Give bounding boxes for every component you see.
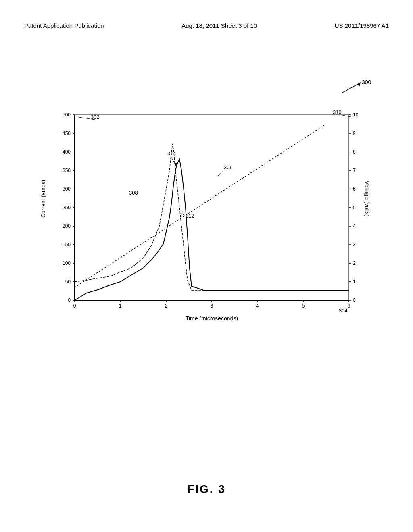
svg-text:350: 350 <box>63 168 71 173</box>
svg-text:4: 4 <box>353 223 356 229</box>
svg-text:0: 0 <box>353 297 356 303</box>
svg-text:2: 2 <box>353 260 356 266</box>
svg-text:2: 2 <box>165 303 168 309</box>
figure-caption: FIG. 3 <box>187 483 226 496</box>
svg-text:400: 400 <box>63 149 71 155</box>
y-axis-left-label: Current (amps) <box>40 180 46 218</box>
svg-text:1: 1 <box>119 303 122 309</box>
page: Patent Application Publication Aug. 18, … <box>0 0 413 532</box>
svg-text:250: 250 <box>63 205 71 210</box>
svg-text:0: 0 <box>73 303 76 309</box>
svg-text:6: 6 <box>353 186 356 192</box>
ref-308: 308 <box>129 190 138 196</box>
header: Patent Application Publication Aug. 18, … <box>0 22 413 29</box>
svg-text:4: 4 <box>256 303 259 309</box>
current-curve-308 <box>75 159 349 300</box>
svg-text:300: 300 <box>63 186 71 192</box>
svg-text:7: 7 <box>353 168 356 173</box>
svg-text:10: 10 <box>353 112 359 118</box>
svg-text:1: 1 <box>353 279 356 285</box>
svg-text:3: 3 <box>353 242 356 247</box>
ref-312: 312 <box>186 213 194 219</box>
svg-text:500: 500 <box>63 112 71 118</box>
ref-314: 314 <box>167 150 176 156</box>
svg-line-0 <box>342 83 361 93</box>
svg-text:5: 5 <box>302 303 305 309</box>
svg-text:50: 50 <box>65 279 71 285</box>
svg-text:5: 5 <box>353 205 356 210</box>
figure-300-label: 300 <box>338 79 375 96</box>
ref-306: 306 <box>224 164 233 170</box>
current-curve-312 <box>75 144 349 290</box>
chart-wrapper: Current (amps) Voltage (volts) 0 50 <box>22 103 385 337</box>
svg-text:100: 100 <box>63 260 71 266</box>
ref-314-leader <box>171 156 176 166</box>
svg-text:9: 9 <box>353 131 356 136</box>
svg-text:450: 450 <box>63 131 71 136</box>
svg-text:300: 300 <box>362 79 371 85</box>
ref-304: 304 <box>339 308 348 314</box>
ref-306-leader <box>218 170 223 176</box>
svg-text:3: 3 <box>211 303 213 309</box>
header-patent-number: US 2011/198967 A1 <box>335 22 389 29</box>
header-publication-label: Patent Application Publication <box>24 22 104 29</box>
svg-text:6: 6 <box>348 303 350 309</box>
x-axis-label: Time (microseconds) <box>186 315 238 320</box>
svg-text:0: 0 <box>68 297 71 303</box>
ref-310: 310 <box>333 109 342 115</box>
voltage-curve-306 <box>75 124 326 287</box>
chart-svg: 0 50 100 150 200 250 300 350 400 <box>50 107 373 320</box>
svg-text:150: 150 <box>63 242 71 247</box>
header-date-sheet: Aug. 18, 2011 Sheet 3 of 10 <box>181 22 257 29</box>
svg-text:8: 8 <box>353 149 356 155</box>
svg-text:200: 200 <box>63 223 71 229</box>
